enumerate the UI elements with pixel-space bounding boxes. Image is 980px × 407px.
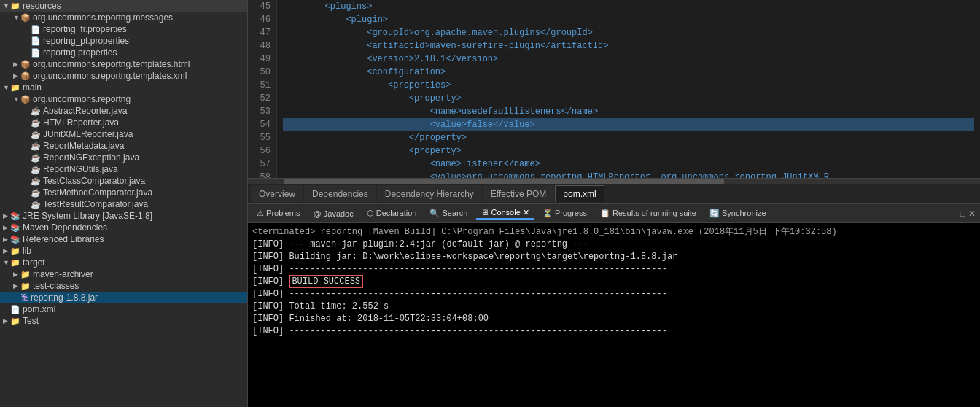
tree-arrow: ▶ [13, 271, 20, 278]
tree-label: org.uncommons.reportng.messages [33, 12, 173, 23]
line-number: 56 [254, 144, 271, 158]
tree-item-ReportNGException.java[interactable]: ☕ReportNGException.java [0, 152, 247, 163]
line-number: 48 [254, 39, 271, 53]
tree-icon: 📄 [31, 36, 41, 46]
tree-arrow: ▼ [3, 259, 10, 266]
tree-icon: 🗜 [20, 293, 28, 302]
tree-item-main[interactable]: ▼📁main [0, 82, 247, 93]
editor-tab-pom.xml[interactable]: pom.xml [555, 185, 604, 202]
code-line: <name>listener</name> [283, 158, 974, 171]
tree-label: TestMethodComparator.java [43, 187, 152, 198]
tree-item-AbstractReporter.java[interactable]: ☕AbstractReporter.java [0, 105, 247, 117]
console-line: [INFO] ---------------------------------… [252, 288, 976, 301]
tab-search[interactable]: 🔍 Search [425, 208, 472, 219]
tree-label: ReportMetadata.java [43, 141, 124, 151]
tree-item-reportng.properties[interactable]: 📄reportng.properties [0, 47, 247, 58]
tree-label: main [23, 82, 42, 93]
tree-item-target[interactable]: ▼📁target [0, 257, 247, 268]
tab-declaration[interactable]: ⬡ Declaration [362, 208, 421, 219]
line-number: 57 [254, 158, 271, 171]
tree-label: org.uncommons.reportng.templates.html [33, 59, 190, 69]
tree-icon: 📄 [31, 48, 41, 58]
editor-tab-dependency-hierarchy[interactable]: Dependency Hierarchy [377, 185, 482, 202]
console-line: [INFO] BUILD SUCCESS [252, 276, 976, 288]
line-number: 49 [254, 53, 271, 66]
tree-arrow: ▶ [3, 247, 10, 255]
code-line: <plugins> [283, 0, 974, 13]
tree-item-Referenced Libraries[interactable]: ▶📚Referenced Libraries [0, 233, 247, 245]
tree-icon: ☕ [31, 165, 41, 174]
code-line: <name>usedefaultlisteners</name> [283, 105, 974, 118]
tree-icon: ☕ [31, 177, 41, 186]
tree-item-TestMethodComparator.java[interactable]: ☕TestMethodComparator.java [0, 187, 247, 198]
tree-item-org.uncommons.reportng.messages[interactable]: ▼📦org.uncommons.reportng.messages [0, 12, 247, 23]
line-numbers: 454647484950515253545556575859 [248, 0, 277, 178]
tree-item-reportng_pt.properties[interactable]: 📄reportng_pt.properties [0, 35, 247, 47]
tree-item-test-classes[interactable]: ▶📁test-classes [0, 280, 247, 292]
tree-item-ReportNGUtils.java[interactable]: ☕ReportNGUtils.java [0, 163, 247, 175]
tab-problems[interactable]: ⚠ Problems [252, 208, 305, 219]
console-line: [INFO] ---------------------------------… [252, 325, 976, 338]
tree-item-lib[interactable]: ▶📁lib [0, 245, 247, 257]
tree-item-Test[interactable]: ▶📁Test [0, 315, 247, 327]
tree-item-resources[interactable]: ▼📁resources [0, 0, 247, 12]
tree-item-org.uncommons.reportng.templates.xml[interactable]: ▶📦org.uncommons.reportng.templates.xml [0, 70, 247, 82]
tree-label: pom.xml [23, 304, 55, 314]
tree-item-JRE System Library[interactable]: ▶📚JRE System Library [JavaSE-1.8] [0, 210, 247, 222]
tree-item-JUnitXMLReporter.java[interactable]: ☕JUnitXMLReporter.java [0, 128, 247, 140]
tree-label: lib [23, 246, 31, 256]
line-number: 47 [254, 26, 271, 39]
code-line: <value>false</value> [283, 118, 974, 131]
tree-label: test-classes [33, 281, 79, 291]
tree-item-Maven Dependencies[interactable]: ▶📚Maven Dependencies [0, 222, 247, 233]
line-number: 50 [254, 66, 271, 79]
tree-item-org.uncommons.reportng[interactable]: ▼📦org.uncommons.reportng [0, 93, 247, 105]
tree-icon: 📁 [10, 247, 20, 256]
tree-item-HTMLReporter.java[interactable]: ☕HTMLReporter.java [0, 117, 247, 128]
console-line: [INFO] --- maven-jar-plugin:2.4:jar (def… [252, 239, 976, 251]
console-line: [INFO] Total time: 2.552 s [252, 301, 976, 313]
editor-tab-dependencies[interactable]: Dependencies [304, 185, 376, 202]
tree-arrow: ▶ [3, 212, 10, 220]
tab-console[interactable]: 🖥 Console ✕ [476, 207, 533, 220]
tree-label: reportng.properties [43, 47, 117, 58]
tree-label: ReportNGUtils.java [43, 164, 118, 174]
tree-item-org.uncommons.reportng.templates.html[interactable]: ▶📦org.uncommons.reportng.templates.html [0, 58, 247, 70]
code-line: <configuration> [283, 66, 974, 79]
line-number: 51 [254, 79, 271, 92]
tab-results[interactable]: 📋 Results of running suite [596, 208, 701, 219]
tree-item-TestClassComparator.java[interactable]: ☕TestClassComparator.java [0, 175, 247, 187]
console-output[interactable]: <terminated> reportng [Maven Build] C:\P… [248, 223, 980, 407]
horizontal-scrollbar[interactable] [248, 178, 980, 184]
tab-javadoc[interactable]: @ Javadoc [309, 209, 358, 219]
tab-progress[interactable]: ⏳ Progress [538, 208, 591, 219]
tree-item-pom.xml[interactable]: 📄pom.xml [0, 303, 247, 315]
editor-tab-overview[interactable]: Overview [251, 185, 303, 202]
code-editor[interactable]: 454647484950515253545556575859 <plugins>… [248, 0, 980, 178]
console-line: [INFO] ---------------------------------… [252, 263, 976, 276]
code-line: <groupId>org.apache.maven.plugins</group… [283, 26, 974, 39]
tree-label: Test [23, 316, 39, 326]
tree-arrow: ▼ [13, 14, 20, 21]
close-btn[interactable]: ✕ [968, 209, 976, 219]
tree-item-maven-archiver[interactable]: ▶📁maven-archiver [0, 268, 247, 280]
tree-item-reportng_fr.properties[interactable]: 📄reportng_fr.properties [0, 23, 247, 35]
tree-icon: 📁 [20, 270, 31, 279]
tree-icon: 📁 [10, 83, 20, 93]
maximize-btn[interactable]: □ [960, 209, 965, 219]
tree-item-TestResultComparator.java[interactable]: ☕TestResultComparator.java [0, 198, 247, 210]
tree-arrow: ▶ [3, 236, 10, 243]
tree-icon: 📁 [10, 317, 20, 326]
tree-icon: 📄 [10, 305, 20, 314]
tree-arrow: ▶ [3, 317, 10, 325]
code-line: </property> [283, 131, 974, 144]
tree-label: Maven Dependencies [23, 222, 107, 233]
tree-item-reportng-1.8.8.jar[interactable]: 🗜reportng-1.8.8.jar [0, 292, 247, 303]
line-number: 55 [254, 131, 271, 144]
tree-icon: ☕ [31, 130, 41, 139]
editor-tab-effective-pom[interactable]: Effective POM [483, 185, 554, 202]
tree-item-ReportMetadata.java[interactable]: ☕ReportMetadata.java [0, 140, 247, 152]
tab-synchronize[interactable]: 🔄 Synchronize [705, 208, 771, 219]
minimize-btn[interactable]: — [949, 209, 957, 219]
tree-icon: ☕ [31, 118, 41, 128]
